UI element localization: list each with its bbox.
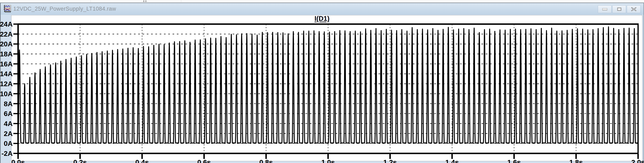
close-button[interactable]	[627, 5, 640, 13]
y-axis-label: 20A	[0, 40, 13, 48]
waveform-window: 12VDC_25W_PowerSupply_LT1084.raw I(D1) 2…	[0, 3, 644, 163]
y-axis-label: 8A	[4, 100, 13, 108]
x-axis-label: 1.4s	[446, 158, 459, 163]
y-axis-label: 0A	[4, 140, 13, 147]
y-axis-label: 22A	[0, 30, 13, 38]
x-axis-label: 0.2s	[73, 158, 87, 163]
y-axis-label: 2A	[4, 130, 13, 138]
screen: 12VDC_25W_PowerSupply_LT1084.raw I(D1) 2…	[0, 0, 644, 163]
y-axis-label: 14A	[0, 70, 13, 78]
x-axis-label: 0.8s	[259, 158, 273, 163]
toolbar-remnant-mark	[144, 0, 144, 2]
window-titlebar[interactable]: 12VDC_25W_PowerSupply_LT1084.raw	[0, 3, 644, 15]
y-axis-label: 12A	[0, 80, 13, 88]
restore-icon	[617, 8, 621, 11]
minimize-button[interactable]	[598, 5, 612, 13]
parent-toolbar-edge	[0, 0, 644, 3]
y-axis-label: 18A	[0, 50, 13, 58]
y-axis-label: 4A	[4, 120, 13, 128]
y-axis-label: -2A	[2, 150, 13, 157]
restore-button[interactable]	[612, 5, 626, 13]
x-axis-label: 2.0s	[631, 158, 644, 163]
close-icon	[631, 7, 636, 12]
y-axis-label: 16A	[0, 60, 13, 68]
minimize-icon	[602, 8, 607, 10]
toolbar-remnant-mark	[146, 0, 146, 2]
waveform-file-icon[interactable]	[3, 5, 12, 13]
y-axis-label: 6A	[4, 110, 13, 118]
x-axis-label: 1.6s	[507, 158, 521, 163]
x-axis-label: 1.0s	[322, 158, 335, 163]
toolbar-separator	[90, 0, 91, 2]
toolbar-separator	[181, 0, 181, 2]
window-controls	[598, 5, 640, 13]
x-axis-label: 0.0s	[11, 158, 25, 163]
window-title: 12VDC_25W_PowerSupply_LT1084.raw	[13, 6, 116, 12]
y-axis-label: 24A	[0, 20, 13, 28]
x-axis-label: 0.4s	[135, 158, 149, 163]
x-axis-label: 1.2s	[383, 158, 397, 163]
waveform-plot[interactable]: 24A22A20A18A16A14A12A10A8A6A4A2A0A-2A0.0…	[0, 15, 644, 163]
x-axis-label: 0.6s	[197, 158, 211, 163]
y-axis-label: 10A	[0, 90, 13, 98]
x-axis-label: 1.8s	[569, 158, 583, 163]
